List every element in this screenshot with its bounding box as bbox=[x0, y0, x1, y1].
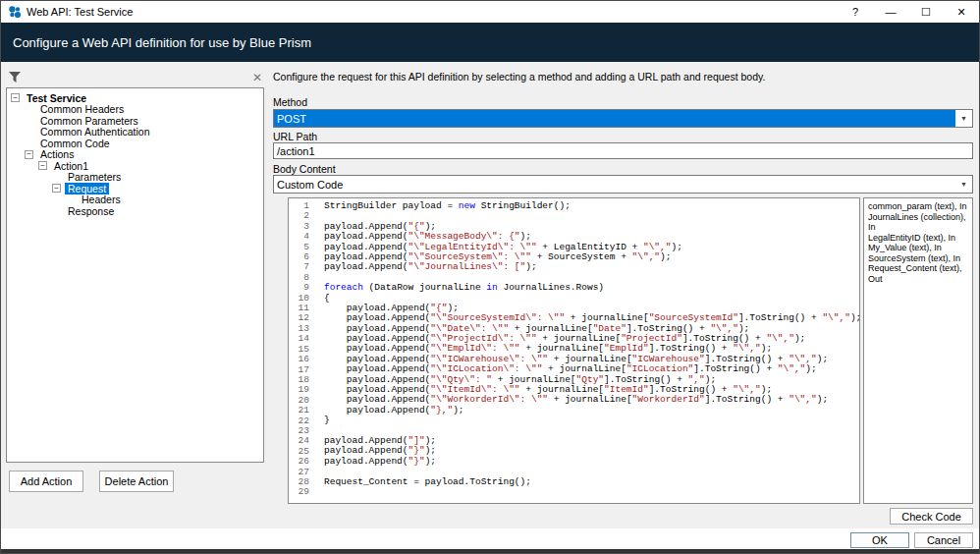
tree-item-label: Test Service bbox=[24, 92, 89, 104]
method-selected-value: POST bbox=[274, 110, 955, 127]
code-line bbox=[324, 467, 859, 476]
code-line bbox=[324, 487, 859, 497]
tree-item-label: Headers bbox=[79, 194, 124, 205]
code-editor[interactable]: 1234567891011121314151617181920212223242… bbox=[288, 197, 860, 504]
code-line: Request_Content = payload.ToString(); bbox=[324, 477, 859, 487]
tree-item-response[interactable]: −Response bbox=[7, 205, 263, 217]
tree-item-common-code[interactable]: −Common Code bbox=[7, 138, 263, 149]
code-line: payload.Append("\"MessageBody\": {"); bbox=[324, 232, 859, 242]
body-content-selected-value: Custom Code bbox=[274, 176, 955, 193]
collapse-icon[interactable]: − bbox=[11, 93, 20, 102]
tree-item-label: Action1 bbox=[51, 160, 91, 172]
tree-item-label: Common Headers bbox=[37, 103, 127, 115]
chevron-down-icon: ▼ bbox=[955, 176, 972, 193]
body-content-label: Body Content bbox=[273, 163, 336, 175]
web-api-dialog: Web API: Test Service ? — ☐ ✕ Configure … bbox=[0, 0, 980, 554]
param-item: SourceSystem (text), In bbox=[868, 253, 968, 264]
check-code-button[interactable]: Check Code bbox=[890, 508, 973, 525]
add-action-button[interactable]: Add Action bbox=[9, 471, 83, 492]
tree-item-request[interactable]: −Request bbox=[7, 183, 263, 194]
collapse-icon[interactable]: − bbox=[38, 161, 47, 170]
tree-item-common-headers[interactable]: −Common Headers bbox=[7, 104, 263, 116]
tree: −Test Service−Common Headers−Common Para… bbox=[6, 87, 264, 463]
param-item: common_param (text), In bbox=[868, 201, 968, 212]
collapse-icon[interactable]: − bbox=[52, 184, 61, 193]
tree-item-label: Common Parameters bbox=[37, 115, 141, 127]
url-path-input[interactable] bbox=[273, 142, 973, 159]
param-item: Request_Content (text), Out bbox=[868, 263, 968, 284]
minimize-button[interactable]: — bbox=[873, 1, 908, 23]
code-line: payload.Append("\"JournalLines\": ["); bbox=[324, 262, 859, 272]
params-list: common_param (text), InJournalLines (col… bbox=[863, 197, 973, 504]
collapse-icon[interactable]: − bbox=[25, 150, 33, 159]
window-title: Web API: Test Service bbox=[27, 6, 133, 18]
titlebar: Web API: Test Service ? — ☐ ✕ bbox=[1, 1, 979, 23]
code-lines[interactable]: StringBuilder payload = new StringBuilde… bbox=[314, 198, 859, 503]
tree-item-actions[interactable]: −Actions bbox=[7, 149, 263, 161]
close-button[interactable]: ✕ bbox=[944, 1, 979, 23]
tree-filter-bar: ✕ bbox=[6, 70, 264, 84]
chevron-down-icon: ▼ bbox=[955, 110, 972, 127]
maximize-button[interactable]: ☐ bbox=[908, 1, 944, 23]
tree-item-action1[interactable]: −Action1 bbox=[7, 160, 263, 172]
delete-action-button[interactable]: Delete Action bbox=[99, 471, 174, 492]
line-number: 26 bbox=[289, 457, 309, 467]
code-line: } bbox=[324, 416, 859, 425]
code-line: foreach (DataRow journalLine in JournalL… bbox=[324, 283, 859, 293]
method-label: Method bbox=[273, 96, 307, 108]
filter-icon[interactable] bbox=[9, 72, 21, 83]
tree-item-label: Request bbox=[65, 183, 109, 194]
param-item: LegalEntityID (text), In bbox=[868, 233, 968, 244]
param-item: My_Value (text), In bbox=[868, 243, 968, 253]
line-number: 29 bbox=[289, 487, 309, 497]
param-item: JournalLines (collection), In bbox=[868, 212, 968, 233]
tree-item-label: Response bbox=[65, 205, 117, 217]
window-controls: ? — ☐ ✕ bbox=[838, 1, 979, 23]
clear-filter-icon[interactable]: ✕ bbox=[252, 72, 262, 83]
ok-button[interactable]: OK bbox=[850, 532, 909, 548]
line-number: 16 bbox=[289, 355, 309, 364]
line-number: 21 bbox=[289, 406, 309, 416]
tree-item-test-service[interactable]: −Test Service bbox=[7, 92, 263, 104]
tree-item-label: Common Code bbox=[37, 138, 113, 149]
dialog-header-title: Configure a Web API definition for use b… bbox=[13, 35, 311, 50]
window-bottom-edge bbox=[1, 549, 979, 553]
request-description: Configure the request for this API defin… bbox=[273, 71, 765, 83]
method-dropdown[interactable]: POST ▼ bbox=[273, 109, 973, 128]
code-line: payload.Append("},"); bbox=[324, 406, 859, 416]
code-line: payload.Append("}"); bbox=[324, 457, 859, 467]
tree-item-common-parameters[interactable]: −Common Parameters bbox=[7, 115, 263, 127]
tree-item-label: Common Authentication bbox=[37, 126, 152, 138]
code-gutter: 1234567891011121314151617181920212223242… bbox=[289, 198, 314, 503]
body-content-dropdown[interactable]: Custom Code ▼ bbox=[273, 175, 973, 194]
tree-item-label: Parameters bbox=[65, 171, 124, 183]
tree-item-label: Actions bbox=[37, 148, 77, 160]
help-button[interactable]: ? bbox=[838, 1, 873, 23]
tree-item-parameters[interactable]: −Parameters bbox=[7, 172, 263, 184]
code-line: StringBuilder payload = new StringBuilde… bbox=[324, 201, 859, 211]
tree-item-headers[interactable]: −Headers bbox=[7, 194, 263, 206]
cancel-button[interactable]: Cancel bbox=[914, 532, 973, 548]
blue-prism-logo-icon bbox=[8, 5, 22, 19]
dialog-header: Configure a Web API definition for use b… bbox=[1, 23, 979, 62]
tree-item-common-authentication[interactable]: −Common Authentication bbox=[7, 127, 263, 138]
url-path-label: URL Path bbox=[273, 131, 317, 142]
footer-bar bbox=[1, 528, 979, 551]
